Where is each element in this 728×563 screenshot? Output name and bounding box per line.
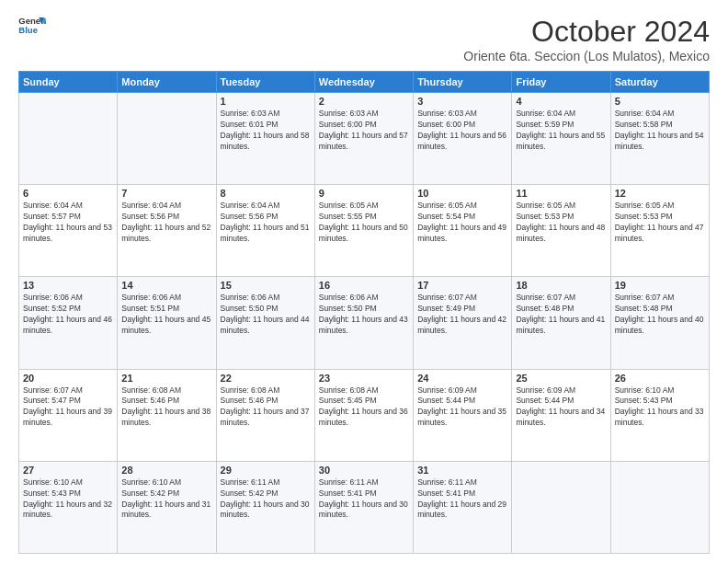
day-info: Sunrise: 6:11 AMSunset: 5:41 PMDaylight:… <box>319 477 409 522</box>
day-info: Sunrise: 6:10 AMSunset: 5:43 PMDaylight:… <box>615 385 705 430</box>
day-number: 20 <box>23 373 113 384</box>
day-number: 17 <box>417 280 507 291</box>
logo: General Blue <box>18 15 46 35</box>
calendar-cell: 12Sunrise: 6:05 AMSunset: 5:53 PMDayligh… <box>610 185 709 277</box>
logo-icon: General Blue <box>18 15 46 35</box>
calendar-cell: 26Sunrise: 6:10 AMSunset: 5:43 PMDayligh… <box>610 369 709 461</box>
col-saturday: Saturday <box>610 72 709 93</box>
calendar-cell: 22Sunrise: 6:08 AMSunset: 5:46 PMDayligh… <box>216 369 314 461</box>
day-info: Sunrise: 6:05 AMSunset: 5:54 PMDaylight:… <box>417 201 507 245</box>
day-number: 15 <box>221 280 311 291</box>
calendar-week-3: 13Sunrise: 6:06 AMSunset: 5:52 PMDayligh… <box>19 277 710 369</box>
calendar-week-4: 20Sunrise: 6:07 AMSunset: 5:47 PMDayligh… <box>19 369 710 461</box>
day-number: 30 <box>319 465 409 476</box>
title-block: October 2024 Oriente 6ta. Seccion (Los M… <box>463 15 710 63</box>
calendar-cell: 13Sunrise: 6:06 AMSunset: 5:52 PMDayligh… <box>19 277 118 369</box>
day-info: Sunrise: 6:09 AMSunset: 5:44 PMDaylight:… <box>516 385 606 430</box>
day-info: Sunrise: 6:04 AMSunset: 5:58 PMDaylight:… <box>615 109 705 153</box>
day-info: Sunrise: 6:06 AMSunset: 5:51 PMDaylight:… <box>121 293 211 337</box>
day-number: 14 <box>121 280 211 291</box>
day-info: Sunrise: 6:06 AMSunset: 5:52 PMDaylight:… <box>23 293 113 337</box>
calendar-cell <box>118 93 216 185</box>
calendar-header-row: Sunday Monday Tuesday Wednesday Thursday… <box>19 72 710 93</box>
calendar-cell: 23Sunrise: 6:08 AMSunset: 5:45 PMDayligh… <box>314 369 413 461</box>
calendar-cell: 4Sunrise: 6:04 AMSunset: 5:59 PMDaylight… <box>512 93 610 185</box>
calendar-cell: 14Sunrise: 6:06 AMSunset: 5:51 PMDayligh… <box>118 277 216 369</box>
calendar-cell <box>512 461 610 553</box>
day-number: 12 <box>615 188 705 199</box>
day-info: Sunrise: 6:10 AMSunset: 5:43 PMDaylight:… <box>23 477 113 522</box>
day-number: 11 <box>516 188 606 199</box>
day-info: Sunrise: 6:07 AMSunset: 5:48 PMDaylight:… <box>615 293 705 337</box>
calendar-cell: 7Sunrise: 6:04 AMSunset: 5:56 PMDaylight… <box>118 185 216 277</box>
day-number: 10 <box>417 188 507 199</box>
day-number: 19 <box>615 280 705 291</box>
day-number: 23 <box>319 373 409 384</box>
day-number: 7 <box>121 188 211 199</box>
day-info: Sunrise: 6:11 AMSunset: 5:41 PMDaylight:… <box>417 477 507 522</box>
day-info: Sunrise: 6:06 AMSunset: 5:50 PMDaylight:… <box>221 293 311 337</box>
calendar-week-2: 6Sunrise: 6:04 AMSunset: 5:57 PMDaylight… <box>19 185 710 277</box>
day-info: Sunrise: 6:11 AMSunset: 5:42 PMDaylight:… <box>221 477 311 522</box>
calendar-cell: 31Sunrise: 6:11 AMSunset: 5:41 PMDayligh… <box>414 461 512 553</box>
day-number: 29 <box>221 465 311 476</box>
day-number: 4 <box>516 96 606 107</box>
calendar-cell: 3Sunrise: 6:03 AMSunset: 6:00 PMDaylight… <box>414 93 512 185</box>
calendar-cell: 21Sunrise: 6:08 AMSunset: 5:46 PMDayligh… <box>118 369 216 461</box>
calendar-cell: 17Sunrise: 6:07 AMSunset: 5:49 PMDayligh… <box>414 277 512 369</box>
calendar-cell: 15Sunrise: 6:06 AMSunset: 5:50 PMDayligh… <box>216 277 314 369</box>
day-info: Sunrise: 6:04 AMSunset: 5:56 PMDaylight:… <box>121 201 211 245</box>
day-number: 8 <box>221 188 311 199</box>
day-info: Sunrise: 6:07 AMSunset: 5:49 PMDaylight:… <box>417 293 507 337</box>
day-number: 6 <box>23 188 113 199</box>
svg-text:Blue: Blue <box>18 25 38 35</box>
day-info: Sunrise: 6:08 AMSunset: 5:46 PMDaylight:… <box>121 385 211 430</box>
calendar-cell <box>19 93 118 185</box>
calendar-cell: 10Sunrise: 6:05 AMSunset: 5:54 PMDayligh… <box>414 185 512 277</box>
day-info: Sunrise: 6:03 AMSunset: 6:01 PMDaylight:… <box>221 109 311 153</box>
day-number: 13 <box>23 280 113 291</box>
day-number: 24 <box>417 373 507 384</box>
day-number: 31 <box>417 465 507 476</box>
day-number: 18 <box>516 280 606 291</box>
calendar-cell: 29Sunrise: 6:11 AMSunset: 5:42 PMDayligh… <box>216 461 314 553</box>
calendar-cell: 24Sunrise: 6:09 AMSunset: 5:44 PMDayligh… <box>414 369 512 461</box>
calendar-cell: 16Sunrise: 6:06 AMSunset: 5:50 PMDayligh… <box>314 277 413 369</box>
calendar-cell: 20Sunrise: 6:07 AMSunset: 5:47 PMDayligh… <box>19 369 118 461</box>
calendar-table: Sunday Monday Tuesday Wednesday Thursday… <box>18 71 710 554</box>
calendar-cell: 9Sunrise: 6:05 AMSunset: 5:55 PMDaylight… <box>314 185 413 277</box>
calendar-cell: 28Sunrise: 6:10 AMSunset: 5:42 PMDayligh… <box>118 461 216 553</box>
day-info: Sunrise: 6:07 AMSunset: 5:48 PMDaylight:… <box>516 293 606 337</box>
calendar-cell: 11Sunrise: 6:05 AMSunset: 5:53 PMDayligh… <box>512 185 610 277</box>
day-number: 28 <box>121 465 211 476</box>
main-title: October 2024 <box>463 15 710 49</box>
calendar-week-1: 1Sunrise: 6:03 AMSunset: 6:01 PMDaylight… <box>19 93 710 185</box>
day-info: Sunrise: 6:07 AMSunset: 5:47 PMDaylight:… <box>23 385 113 430</box>
day-number: 16 <box>319 280 409 291</box>
calendar-cell: 18Sunrise: 6:07 AMSunset: 5:48 PMDayligh… <box>512 277 610 369</box>
day-number: 1 <box>221 96 311 107</box>
day-info: Sunrise: 6:05 AMSunset: 5:53 PMDaylight:… <box>516 201 606 245</box>
calendar-cell: 27Sunrise: 6:10 AMSunset: 5:43 PMDayligh… <box>19 461 118 553</box>
calendar-cell: 2Sunrise: 6:03 AMSunset: 6:00 PMDaylight… <box>314 93 413 185</box>
col-monday: Monday <box>118 72 216 93</box>
calendar-cell: 6Sunrise: 6:04 AMSunset: 5:57 PMDaylight… <box>19 185 118 277</box>
day-info: Sunrise: 6:03 AMSunset: 6:00 PMDaylight:… <box>319 109 409 153</box>
calendar-cell: 5Sunrise: 6:04 AMSunset: 5:58 PMDaylight… <box>610 93 709 185</box>
calendar-week-5: 27Sunrise: 6:10 AMSunset: 5:43 PMDayligh… <box>19 461 710 553</box>
subtitle: Oriente 6ta. Seccion (Los Mulatos), Mexi… <box>463 49 710 63</box>
calendar-cell: 8Sunrise: 6:04 AMSunset: 5:56 PMDaylight… <box>216 185 314 277</box>
day-info: Sunrise: 6:04 AMSunset: 5:57 PMDaylight:… <box>23 201 113 245</box>
day-info: Sunrise: 6:05 AMSunset: 5:53 PMDaylight:… <box>615 201 705 245</box>
page: General Blue October 2024 Oriente 6ta. S… <box>0 0 728 563</box>
day-number: 22 <box>221 373 311 384</box>
col-tuesday: Tuesday <box>216 72 314 93</box>
calendar-cell <box>610 461 709 553</box>
day-info: Sunrise: 6:09 AMSunset: 5:44 PMDaylight:… <box>417 385 507 430</box>
day-number: 26 <box>615 373 705 384</box>
day-info: Sunrise: 6:05 AMSunset: 5:55 PMDaylight:… <box>319 201 409 245</box>
header: General Blue October 2024 Oriente 6ta. S… <box>18 15 710 63</box>
day-info: Sunrise: 6:10 AMSunset: 5:42 PMDaylight:… <box>121 477 211 522</box>
day-number: 3 <box>417 96 507 107</box>
day-number: 21 <box>121 373 211 384</box>
